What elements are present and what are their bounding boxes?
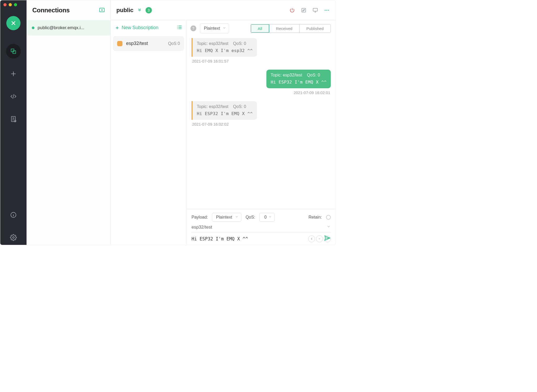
display-format-select[interactable]: Plaintext [200, 23, 229, 33]
message-list[interactable]: Topic: esp32/test QoS: 0 Hi EMQ X I'm es… [187, 37, 335, 209]
more-icon[interactable] [324, 7, 330, 13]
svg-point-9 [325, 10, 326, 11]
minimize-window-button[interactable] [9, 3, 12, 6]
svg-rect-7 [302, 8, 306, 12]
svg-point-10 [326, 10, 327, 11]
messages-toolbar: ? Plaintext All Received Published [187, 20, 335, 37]
status-online-icon [32, 27, 34, 29]
composer: Payload: Plaintext QoS: 0 Retain: [187, 209, 335, 245]
display-format-value: Plaintext [204, 26, 220, 31]
app-window: Connections public@broker.emqx.i... publ… [0, 0, 336, 245]
message-timestamp: 2021-07-09 16:02:01 [294, 90, 330, 95]
message-qos: QoS: 0 [307, 73, 320, 78]
composer-options-row: Payload: Plaintext QoS: 0 Retain: [192, 213, 331, 222]
retain-label: Retain: [308, 215, 322, 220]
qos-value: 0 [264, 215, 267, 220]
chevron-down-icon [223, 26, 226, 31]
chevron-down-icon [235, 215, 239, 220]
segment-received[interactable]: Received [269, 24, 300, 33]
message-payload: Hi ESP32 I'm EMQ X ^^ [197, 111, 253, 116]
connection-title: public [116, 7, 133, 14]
composer-payload-row [192, 235, 331, 242]
message-payload: Hi EMQ X I'm esp32 ^^ [197, 48, 253, 53]
edit-icon[interactable] [301, 7, 307, 13]
subscription-qos: QoS 0 [168, 41, 180, 46]
send-button[interactable] [324, 235, 331, 242]
add-connection-icon[interactable] [99, 7, 105, 14]
message-bubble: Topic: esp32/test QoS: 0 Hi ESP32 I'm EM… [192, 101, 257, 120]
composer-payload-input[interactable] [192, 236, 305, 241]
subscription-color-swatch [117, 41, 122, 46]
connections-header: Connections [27, 0, 110, 20]
nav-settings[interactable] [6, 230, 21, 245]
payload-format-value: Plaintext [216, 215, 232, 220]
message-timestamp: 2021-07-09 16:02:02 [192, 122, 229, 126]
close-window-button[interactable] [3, 3, 7, 6]
fullscreen-window-button[interactable] [14, 3, 17, 6]
svg-point-11 [328, 10, 329, 11]
message-filter-segment: All Received Published [251, 24, 331, 33]
qos-label: QoS: [246, 215, 255, 220]
subscription-topic: esp32/test [126, 41, 164, 46]
nav-log[interactable] [6, 112, 21, 126]
retain-toggle[interactable] [326, 215, 331, 220]
message-qos: QoS: 0 [233, 104, 246, 109]
payload-format-select[interactable]: Plaintext [212, 213, 241, 222]
chevron-down-icon[interactable] [327, 224, 331, 230]
composer-topic-row: esp32/test [192, 224, 331, 233]
history-clear-button[interactable] [316, 235, 323, 242]
help-icon[interactable]: ? [190, 25, 196, 31]
topbar-actions [289, 7, 330, 13]
nav-rail [0, 0, 27, 245]
message-qos: QoS: 0 [233, 41, 246, 46]
payload-format-label: Payload: [192, 215, 208, 220]
new-subscription-button[interactable]: New Subscription [115, 25, 158, 30]
subscription-filter-icon[interactable] [177, 24, 182, 31]
window-traffic-lights [3, 3, 17, 6]
subscriptions-panel: New Subscription esp32/test QoS 0 [111, 20, 187, 245]
message-bubble: Topic: esp32/test QoS: 0 Hi ESP32 I'm EM… [266, 70, 331, 88]
svg-rect-1 [13, 51, 16, 54]
chevron-down-icon [268, 215, 272, 220]
message-bubble: Topic: esp32/test QoS: 0 Hi EMQ X I'm es… [192, 38, 257, 57]
nav-about[interactable] [6, 208, 21, 222]
nav-scripts[interactable] [6, 89, 21, 104]
message-topic: Topic: esp32/test [197, 104, 228, 109]
connections-title: Connections [32, 7, 70, 14]
svg-point-5 [13, 237, 14, 239]
history-prev-button[interactable] [308, 235, 315, 242]
message-sent: Topic: esp32/test QoS: 0 Hi ESP32 I'm EM… [192, 70, 331, 100]
nav-connections[interactable] [6, 44, 21, 59]
connection-body: New Subscription esp32/test QoS 0 ? Pla [111, 20, 335, 245]
connection-name: public@broker.emqx.i... [38, 25, 84, 30]
composer-topic-input[interactable]: esp32/test [192, 225, 212, 230]
connections-panel: Connections public@broker.emqx.i... [27, 0, 111, 245]
subscription-item[interactable]: esp32/test QoS 0 [113, 36, 184, 51]
connection-dropdown-icon[interactable] [137, 7, 142, 13]
qos-select[interactable]: 0 [259, 213, 275, 222]
message-timestamp: 2021-07-09 16:01:57 [192, 59, 229, 63]
segment-published[interactable]: Published [300, 24, 331, 33]
main-area: public 3 [111, 0, 335, 245]
connection-item[interactable]: public@broker.emqx.i... [27, 20, 110, 35]
segment-all[interactable]: All [251, 24, 269, 33]
subscriptions-header: New Subscription [113, 23, 184, 33]
message-received: Topic: esp32/test QoS: 0 Hi EMQ X I'm es… [192, 38, 331, 68]
message-payload: Hi ESP32 I'm EMQ X ^^ [271, 80, 327, 85]
display-icon[interactable] [312, 7, 318, 13]
unread-badge: 3 [146, 7, 152, 13]
svg-rect-8 [313, 8, 318, 11]
message-topic: Topic: esp32/test [271, 73, 302, 78]
message-received: Topic: esp32/test QoS: 0 Hi ESP32 I'm EM… [192, 101, 331, 131]
nav-new-connection[interactable] [6, 66, 21, 81]
new-subscription-label: New Subscription [122, 25, 158, 30]
message-topic: Topic: esp32/test [197, 41, 228, 46]
svg-rect-0 [11, 49, 14, 52]
app-logo [6, 16, 20, 30]
messages-pane: ? Plaintext All Received Published [187, 20, 335, 245]
connection-topbar: public 3 [111, 0, 335, 20]
disconnect-icon[interactable] [289, 7, 295, 13]
